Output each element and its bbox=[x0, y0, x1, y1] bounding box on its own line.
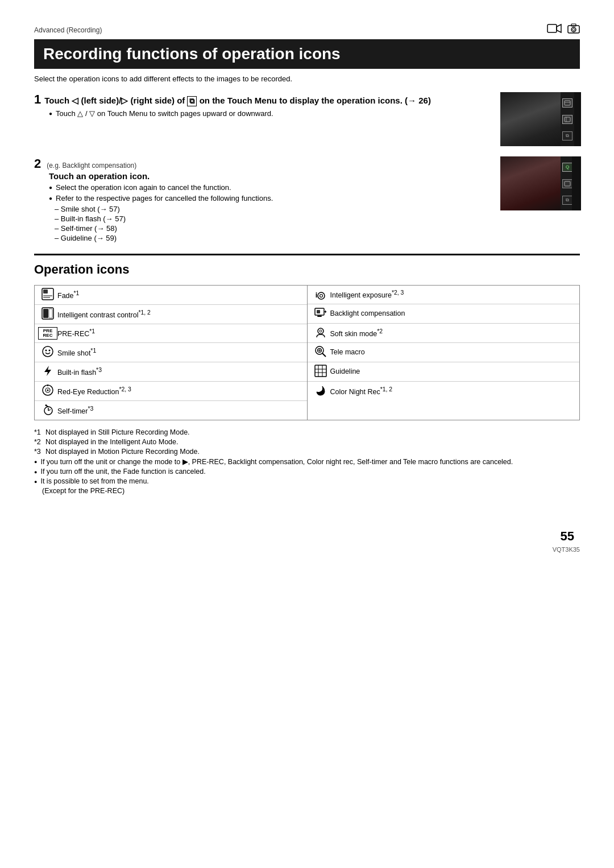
svg-rect-3 bbox=[571, 24, 576, 26]
step2-bullet-1: Select the operation icon again to cance… bbox=[49, 183, 489, 192]
intelligent-exposure-icon: i bbox=[311, 290, 330, 299]
icon-fade: Fade*1 bbox=[35, 286, 307, 305]
step2-section: 2 (e.g. Backlight compensation) Touch an… bbox=[34, 156, 580, 242]
self-timer-icon bbox=[38, 403, 57, 418]
step2-title: Touch an operation icon. bbox=[49, 171, 489, 181]
step2-bullet-1-text: Select the operation icon again to cance… bbox=[56, 183, 231, 192]
icon-guideline: Guideline bbox=[308, 362, 580, 382]
color-night-rec-label: Color Night Rec*1, 2 bbox=[330, 386, 393, 396]
svg-point-31 bbox=[318, 292, 325, 299]
icon-red-eye: Red-Eye Reduction*2, 3 bbox=[35, 382, 307, 401]
svg-point-20 bbox=[49, 350, 51, 352]
note-3: *3 Not displayed in Motion Picture Recor… bbox=[34, 448, 580, 456]
backlight-icon bbox=[311, 307, 330, 321]
note-star-3: *3 bbox=[34, 448, 45, 456]
dash-item-1: Smile shot (→ 57) bbox=[55, 205, 489, 213]
menu-icon: ⧉ bbox=[187, 96, 197, 106]
svg-rect-0 bbox=[547, 24, 557, 32]
svg-point-24 bbox=[47, 390, 49, 391]
icon-prerec: PREREC PRE-REC*1 bbox=[35, 324, 307, 343]
note-bullet-3: It is possible to set from the menu. bbox=[34, 477, 580, 485]
page-footer: 55 VQT3K35 bbox=[34, 529, 580, 553]
svg-rect-16 bbox=[43, 309, 48, 318]
note-text-2: Not displayed in the Intelligent Auto Mo… bbox=[45, 438, 178, 446]
smile-shot-label: Smile shot*1 bbox=[57, 347, 96, 358]
svg-point-32 bbox=[320, 294, 323, 297]
svg-rect-17 bbox=[49, 309, 52, 318]
color-night-rec-icon bbox=[311, 384, 330, 398]
icons-table: Fade*1 Intelligent contrast control*1, 2… bbox=[34, 285, 580, 420]
note-2: *2 Not displayed in the Intelligent Auto… bbox=[34, 438, 580, 446]
icon-soft-skin: Soft skin mode*2 bbox=[308, 324, 580, 343]
step1-side-icons: ⧉ bbox=[561, 92, 574, 146]
icon-smile-shot: Smile shot*1 bbox=[35, 343, 307, 362]
svg-point-38 bbox=[318, 328, 323, 334]
dash-list: Smile shot (→ 57) Built-in flash (→ 57) … bbox=[55, 205, 489, 242]
dash-item-2: Built-in flash (→ 57) bbox=[55, 214, 489, 223]
fade-label: Fade*1 bbox=[57, 290, 79, 300]
svg-rect-10 bbox=[565, 181, 570, 186]
svg-rect-8 bbox=[565, 117, 570, 122]
step2-icon-menu: ⧉ bbox=[562, 196, 572, 205]
builtin-flash-label: Built-in flash*3 bbox=[57, 366, 102, 377]
note-indent: (Except for the PRE-REC) bbox=[42, 487, 580, 495]
icon-intelligent-exposure: i Intelligent exposure*2, 3 bbox=[308, 286, 580, 304]
page-title: Recording functions of operation icons bbox=[34, 39, 580, 69]
icon-backlight: Backlight compensation bbox=[308, 304, 580, 324]
step1-title: Touch ◁ (left side)/▷ (right side) of ⧉ … bbox=[44, 96, 431, 106]
guideline-label: Guideline bbox=[330, 367, 360, 376]
svg-point-18 bbox=[43, 346, 53, 357]
subtitle: Select the operation icons to add differ… bbox=[34, 75, 580, 83]
icon-self-timer: Self-timer*3 bbox=[35, 401, 307, 420]
svg-rect-6 bbox=[565, 101, 570, 105]
tele-macro-icon bbox=[311, 345, 330, 359]
step2-sublabel: (e.g. Backlight compensation) bbox=[47, 162, 136, 170]
note-star-1: *1 bbox=[34, 428, 45, 436]
soft-skin-icon bbox=[311, 326, 330, 340]
page-container: Advanced (Recording) Recording functions… bbox=[34, 23, 580, 553]
step2-img-placeholder: Q ⧉ bbox=[500, 156, 574, 210]
icons-right: i Intelligent exposure*2, 3 Backlight co… bbox=[307, 286, 580, 420]
advanced-recording-label: Advanced (Recording) bbox=[34, 26, 102, 34]
svg-point-5 bbox=[572, 28, 575, 31]
icon-builtin-flash: Built-in flash*3 bbox=[35, 362, 307, 382]
side-icon-3: ⧉ bbox=[562, 131, 572, 140]
step1-img-placeholder: ⧉ bbox=[500, 92, 574, 146]
prerec-glyph: PREREC bbox=[38, 327, 57, 340]
svg-point-19 bbox=[45, 350, 47, 352]
side-icon-2 bbox=[562, 115, 572, 124]
still-camera-icon bbox=[567, 23, 580, 37]
note-bullet-1: If you turn off the unit or change the m… bbox=[34, 457, 580, 466]
dash-item-3: Self-timer (→ 58) bbox=[55, 224, 489, 233]
prerec-icon: PREREC bbox=[38, 327, 57, 340]
step2-content: 2 (e.g. Backlight compensation) Touch an… bbox=[34, 156, 500, 242]
red-eye-icon bbox=[38, 384, 57, 398]
note-star-2: *2 bbox=[34, 438, 45, 446]
footer-right: 55 VQT3K35 bbox=[553, 529, 580, 553]
icon-color-night-rec: Color Night Rec*1, 2 bbox=[308, 382, 580, 400]
step1-content: 1 Touch ◁ (left side)/▷ (right side) of … bbox=[34, 92, 500, 146]
svg-marker-37 bbox=[325, 310, 326, 313]
svg-rect-45 bbox=[315, 365, 326, 377]
dark-sidebar bbox=[574, 92, 581, 146]
step1-image: ⧉ bbox=[500, 92, 580, 146]
note-bullet-2: If you turn off the unit, the Fade funct… bbox=[34, 468, 580, 476]
section-divider bbox=[34, 254, 580, 255]
icons-left: Fade*1 Intelligent contrast control*1, 2… bbox=[35, 286, 307, 420]
backlight-label: Backlight compensation bbox=[330, 309, 405, 318]
top-icons bbox=[547, 23, 580, 37]
svg-line-42 bbox=[322, 353, 326, 357]
svg-rect-12 bbox=[43, 290, 48, 294]
dash-item-4: Guideline (→ 59) bbox=[55, 234, 489, 242]
top-bar: Advanced (Recording) bbox=[34, 23, 580, 37]
svg-point-39 bbox=[320, 330, 322, 332]
step2-label-row: 2 (e.g. Backlight compensation) bbox=[34, 156, 489, 171]
step2-image: Q ⧉ bbox=[500, 156, 580, 242]
svg-point-4 bbox=[571, 27, 576, 32]
intelligent-exposure-label: Intelligent exposure*2, 3 bbox=[330, 289, 404, 300]
guideline-icon bbox=[311, 365, 330, 379]
note-text-1: Not displayed in Still Picture Recording… bbox=[45, 428, 190, 436]
notes-section: *1 Not displayed in Still Picture Record… bbox=[34, 428, 580, 495]
step2-bullet-2-text: Refer to the respective pages for cancel… bbox=[56, 194, 273, 202]
builtin-flash-icon bbox=[38, 365, 57, 379]
